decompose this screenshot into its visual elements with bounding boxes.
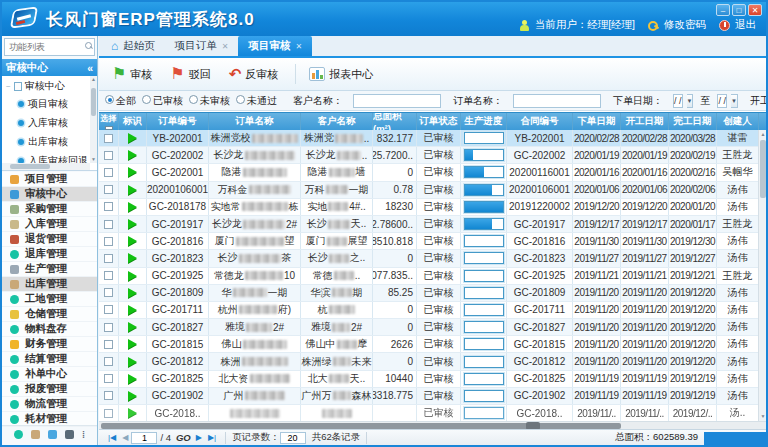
row-checkbox[interactable] [104,323,113,332]
search-icon[interactable] [85,42,92,49]
pen-icon[interactable] [48,430,57,439]
scroll-thumb[interactable] [91,88,96,116]
book-icon[interactable] [65,430,74,439]
scroll-thumb[interactable] [10,164,50,169]
table-row[interactable]: GC-201809华一期华滨期85.25已审核GC-2018092019/11/… [99,285,758,302]
sidebar-item-工地管理[interactable]: 工地管理 [2,292,97,307]
radio-全部[interactable] [105,95,114,104]
tab-起始页[interactable]: ⌂起始页 [101,36,165,56]
toolbar-button-驳回[interactable]: ⚑驳回 [165,63,219,86]
tab-项目审核[interactable]: 项目审核✕ [238,36,312,56]
tree-vertical-scrollbar[interactable]: ▲ ▼ [90,76,97,163]
tab-项目订单[interactable]: 项目订单✕ [165,36,239,56]
scroll-down-icon[interactable]: ▼ [759,412,766,421]
go-button[interactable]: GO [176,432,191,443]
tree-horizontal-scrollbar[interactable] [2,163,90,170]
maximize-button[interactable]: □ [732,4,746,16]
column-header-订单编号[interactable]: 订单编号 [147,113,209,130]
table-row[interactable]: GC-201711杭州府)杭0已审核GC-2017112019/11/20201… [99,302,758,319]
row-checkbox[interactable] [104,271,113,280]
row-checkbox[interactable] [104,151,113,160]
row-checkbox[interactable] [104,340,113,349]
radio-未审核[interactable] [189,95,198,104]
sidebar-item-入库管理[interactable]: 入库管理 [2,217,97,232]
calendar-dropdown-icon[interactable]: ▼ [687,94,694,108]
table-row[interactable]: GC-201816厦门望厦门展望188510.818已审核GC-20181620… [99,233,758,250]
row-checkbox[interactable] [104,168,113,177]
tree-expander-icon[interactable]: − [6,82,11,91]
prev-page-icon[interactable]: ◀ [122,433,128,442]
toolbar-button-审核[interactable]: ⚑审核 [107,63,161,86]
scroll-down-icon[interactable]: ▼ [90,156,97,163]
column-header-订单名称[interactable]: 订单名称 [209,113,301,130]
logout-link[interactable]: 退出 [735,18,756,32]
row-checkbox[interactable] [104,391,113,400]
calendar-dropdown-icon[interactable]: ▼ [731,94,738,108]
page-size-input[interactable] [280,432,306,444]
column-header-订单状态[interactable]: 订单状态 [417,113,461,130]
sidebar-panel-header[interactable]: 审核中心 « [2,59,97,76]
sidebar-item-物流管理[interactable]: 物流管理 [2,397,97,412]
table-row[interactable]: GC-2018..已审核GC-2018..2019/11/..2019/11/.… [99,405,758,421]
scroll-up-icon[interactable]: ▲ [759,130,766,139]
tree-root[interactable]: − 审核中心 [2,76,97,94]
sidebar-item-项目管理[interactable]: 项目管理 [2,172,97,187]
row-checkbox[interactable] [104,254,113,263]
tab-close-icon[interactable]: ✕ [222,42,229,51]
column-header-下单日期[interactable]: 下单日期 [573,113,621,130]
column-header-完工日期[interactable]: 完工日期 [669,113,717,130]
table-row[interactable]: GC-201925常德龙10常德..266077.835..已审核GC-2019… [99,268,758,285]
table-row[interactable]: GC-201823长沙茶长沙之..0已审核GC-2018232019/11/27… [99,250,758,267]
row-checkbox[interactable] [104,409,113,418]
table-row[interactable]: GC-201902广州广州万森林13318.775已审核GC-201902201… [99,388,758,405]
order-name-input[interactable] [513,94,601,108]
table-row[interactable]: GC-202001隐港隐港墙0已审核202001160012020/01/162… [99,164,758,181]
table-row[interactable]: GC-2018178实地常栋实地4#..18230已审核201912200022… [99,199,758,216]
toolbar-button-反审核[interactable]: ↶反审核 [224,63,288,86]
order-date-to-input[interactable]: / / [717,94,727,108]
radio-未通过[interactable] [236,95,245,104]
tree-item-入库审核[interactable]: 入库审核 [2,113,97,132]
customer-name-input[interactable] [353,94,441,108]
dot-icon[interactable] [14,430,23,439]
column-header-总面积(m²)[interactable]: 总面积(m²) [373,113,417,130]
row-checkbox[interactable] [104,185,113,194]
table-row[interactable]: 20200106001万科金万科一期0.78已审核202001060012020… [99,182,758,199]
table-row[interactable]: GC-202002长沙龙长沙龙..65525.7200..已审核GC-20200… [99,147,758,164]
sidebar-item-退库管理[interactable]: 退库管理 [2,247,97,262]
more-icon[interactable]: ⁞ [82,430,85,440]
table-row[interactable]: GC-201812株洲株洲绿未来0已审核GC-2018122019/11/202… [99,353,758,370]
table-row[interactable]: GC-201917长沙龙2#长沙天..8512.78600..已审核GC-201… [99,216,758,233]
row-checkbox[interactable] [104,305,113,314]
first-page-icon[interactable]: |◀ [108,433,116,442]
row-checkbox[interactable] [104,134,113,143]
sidebar-item-仓储管理[interactable]: 仓储管理 [2,307,97,322]
column-header-选择[interactable]: 选择 [99,113,119,130]
sidebar-item-出库管理[interactable]: 出库管理 [2,277,97,292]
minimize-button[interactable]: – [716,4,730,16]
sidebar-item-退货管理[interactable]: 退货管理 [2,232,97,247]
last-page-icon[interactable]: ▶| [208,433,216,442]
cart-icon[interactable] [31,430,40,439]
column-header-开工日期[interactable]: 开工日期 [621,113,669,130]
sidebar-item-生产管理[interactable]: 生产管理 [2,262,97,277]
row-checkbox[interactable] [104,220,113,229]
tree-item-项目审核[interactable]: 项目审核 [2,94,97,113]
order-date-from-input[interactable]: / / [673,94,683,108]
scroll-thumb[interactable] [760,140,766,198]
row-checkbox[interactable] [104,237,113,246]
table-row[interactable]: GC-201825北大资北大天..10440已审核GC-2018252019/1… [99,371,758,388]
column-header-客户名称[interactable]: 客户名称 [301,113,373,130]
row-checkbox[interactable] [104,374,113,383]
sidebar-item-报废管理[interactable]: 报废管理 [2,382,97,397]
tree-item-出库审核[interactable]: 出库审核 [2,132,97,151]
sidebar-item-审核中心[interactable]: 审核中心 [2,187,97,202]
row-checkbox[interactable] [104,288,113,297]
column-header-标识[interactable]: 标识 [119,113,147,130]
column-header-合同编号[interactable]: 合同编号 [507,113,573,130]
change-password-link[interactable]: 修改密码 [664,18,706,32]
radio-已审核[interactable] [142,95,151,104]
column-header-创建人[interactable]: 创建人 [717,113,759,130]
tab-close-icon[interactable]: ✕ [295,42,302,51]
toolbar-button-报表中心[interactable]: 报表中心 [304,63,382,86]
